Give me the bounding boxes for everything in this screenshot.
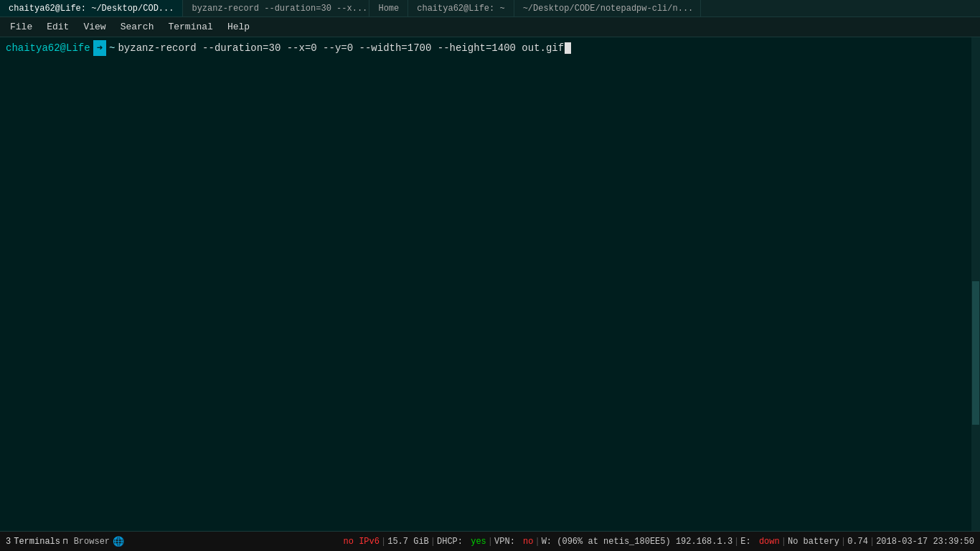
e-label: E: <box>740 537 750 547</box>
tab-1[interactable]: chaitya62@Life: ~/Desktop/COD... <box>0 0 183 17</box>
tab-5[interactable]: ~/Desktop/CODE/notepadpw-cli/n... <box>514 0 701 17</box>
prompt-arrow: ➜ <box>93 40 106 56</box>
browser-label: Browser 🌐 <box>74 536 124 547</box>
dhcp-label: DHCP: <box>437 537 463 547</box>
scrollbar-thumb[interactable] <box>972 281 979 425</box>
menu-edit[interactable]: Edit <box>39 17 76 37</box>
disk-size: 15.7 GiB <box>387 537 429 547</box>
prompt-line: chaitya62@Life ➜ ~ byzanz-record --durat… <box>6 40 974 56</box>
terminal-cursor <box>565 42 571 54</box>
menu-help[interactable]: Help <box>220 17 257 37</box>
terminal-command: byzanz-record --duration=30 --x=0 --y=0 … <box>118 40 564 56</box>
menu-view[interactable]: View <box>76 17 113 37</box>
pin-icon: ⊓ <box>63 537 68 546</box>
title-bar: chaitya62@Life: ~/Desktop/COD... byzanz-… <box>0 0 980 17</box>
dhcp-value: yes <box>471 537 486 547</box>
battery-label: No battery <box>788 537 839 547</box>
prompt-dir: ~ <box>109 40 115 56</box>
tab-4[interactable]: chaitya62@Life: ~ <box>408 0 514 17</box>
status-bar: 3 Terminals ⊓ Browser 🌐 no IPv6 | 15.7 G… <box>0 531 980 551</box>
vpn-value: no <box>523 537 533 547</box>
prompt-user: chaitya62@Life <box>6 40 90 56</box>
e-value: down <box>759 537 780 547</box>
tab-3-label: Home <box>378 4 399 14</box>
battery-val: 0.74 <box>847 537 868 547</box>
tab-4-label: chaitya62@Life: ~ <box>417 4 504 14</box>
globe-icon: 🌐 <box>113 536 124 547</box>
menu-search[interactable]: Search <box>113 17 161 37</box>
terminal-area[interactable]: chaitya62@Life ➜ ~ byzanz-record --durat… <box>0 37 980 531</box>
scrollbar[interactable] <box>971 37 980 531</box>
tab-1-label: chaitya62@Life: ~/Desktop/COD... <box>9 4 174 14</box>
no-ipv6-status: no IPv6 <box>344 537 380 547</box>
datetime: 2018-03-17 23:39:50 <box>876 537 974 547</box>
menu-bar: File Edit View Search Terminal Help <box>0 17 980 37</box>
menu-terminal[interactable]: Terminal <box>161 17 220 37</box>
tab-2[interactable]: byzanz-record --duration=30 --x... <box>183 0 369 17</box>
tab-2-label: byzanz-record --duration=30 --x... <box>192 4 367 14</box>
wifi-info: W: (096% at netis_180EE5) 192.168.1.3 <box>542 537 732 547</box>
terminals-count: 3 Terminals ⊓ <box>6 537 68 547</box>
tab-3[interactable]: Home <box>369 0 408 17</box>
menu-file[interactable]: File <box>3 17 39 37</box>
tab-5-label: ~/Desktop/CODE/notepadpw-cli/n... <box>523 4 694 14</box>
vpn-label: VPN: <box>494 537 515 547</box>
